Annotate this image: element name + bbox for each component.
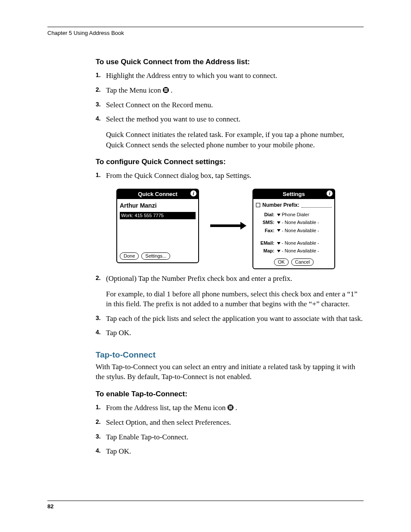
step-text: Select the method you want to use to con…	[106, 115, 240, 123]
step-text: Tap the Menu icon	[106, 86, 161, 94]
step-number: 3.	[96, 432, 101, 441]
step-number: 3.	[96, 100, 101, 109]
screen-quick-connect: Quick Connect i Arthur Manzi Work: 415 5…	[116, 189, 199, 263]
tap-intro-paragraph: With Tap-to-Connect you can select an en…	[96, 362, 364, 382]
step-text: From the Address list, tap the Menu icon	[106, 404, 226, 412]
titlebar: Settings i	[253, 190, 334, 199]
number-prefix-label: Number Prefix:	[262, 202, 299, 209]
step-follow-para: Quick Connect initiates the related task…	[106, 130, 364, 150]
step-number: 2.	[96, 274, 101, 283]
figure-quick-connect-settings: Quick Connect i Arthur Manzi Work: 415 5…	[116, 189, 364, 269]
step-number: 1.	[96, 71, 101, 80]
subheading-enable-tap: To enable Tap-to-Connect:	[96, 390, 364, 398]
step-text: Tap each of the pick lists and select th…	[106, 314, 363, 323]
selected-phone-entry[interactable]: Work: 415 555 7775	[120, 212, 196, 219]
step-number: 2.	[96, 418, 101, 426]
chevron-down-icon	[277, 229, 280, 232]
pick-row-dial[interactable]: Dial: Phone Dialer	[256, 212, 332, 218]
contact-name: Arthur Manzi	[120, 202, 196, 210]
step-text: Tap OK.	[106, 329, 131, 337]
step-text: (Optional) Tap the Number Prefix check b…	[106, 274, 292, 283]
running-header: Chapter 5 Using Address Book	[47, 30, 364, 36]
step-text: Select Option, and then select Preferenc…	[106, 418, 231, 426]
step-follow-para: For example, to dial 1 before all phone …	[106, 289, 364, 309]
menu-icon	[163, 87, 169, 93]
pick-row-email[interactable]: EMail: - None Available -	[256, 240, 332, 246]
step-text: Highlight the Address entry to which you…	[106, 72, 277, 80]
number-prefix-field[interactable]	[302, 203, 332, 208]
info-icon[interactable]: i	[327, 190, 333, 196]
chevron-down-icon	[277, 221, 280, 224]
step-text: Tap Enable Tap-to-Connect.	[106, 433, 188, 441]
chevron-down-icon	[277, 242, 280, 245]
step-text: From the Quick Connect dialog box, tap S…	[106, 171, 252, 180]
cancel-button[interactable]: Cancel	[291, 258, 314, 266]
done-button[interactable]: Done	[120, 252, 139, 260]
step-number: 4.	[96, 447, 101, 455]
pick-row-map[interactable]: Map: - None Available -	[256, 248, 332, 254]
step-text: Tap OK.	[106, 447, 131, 455]
step-number: 2.	[96, 86, 101, 94]
step-number: 1.	[96, 403, 101, 412]
chevron-down-icon	[277, 214, 280, 216]
menu-icon	[227, 404, 234, 411]
step-number: 4.	[96, 328, 101, 337]
footer-rule	[47, 501, 364, 501]
steps-use-quick-connect: 1.Highlight the Address entry to which y…	[96, 71, 364, 150]
chevron-down-icon	[277, 250, 280, 252]
section-heading-tap-to-connect: Tap-to-Connect	[96, 350, 364, 360]
subheading-configure-quick-connect: To configure Quick Connect settings:	[96, 158, 364, 166]
step-number: 4.	[96, 115, 101, 123]
steps-configure: 1.From the Quick Connect dialog box, tap…	[96, 171, 364, 338]
pick-row-fax[interactable]: Fax: - None Available -	[256, 227, 332, 234]
step-number: 1.	[96, 171, 101, 180]
info-icon[interactable]: i	[190, 190, 196, 196]
step-number: 3.	[96, 314, 101, 323]
subheading-use-quick-connect: To use Quick Connect from the Address li…	[96, 58, 364, 66]
header-rule	[47, 27, 364, 27]
titlebar-text: Settings	[283, 191, 305, 197]
settings-button[interactable]: Settings...	[141, 252, 170, 260]
page-number: 82	[47, 503, 53, 510]
step-text: Select Connect on the Record menu.	[106, 101, 213, 109]
arrow-icon	[210, 224, 241, 227]
titlebar: Quick Connect i	[117, 190, 198, 199]
number-prefix-checkbox[interactable]	[256, 203, 260, 207]
screen-settings: Settings i Number Prefix: Dial: Phone Di	[252, 189, 335, 269]
steps-enable-tap: 1.From the Address list, tap the Menu ic…	[96, 403, 364, 457]
titlebar-text: Quick Connect	[138, 191, 177, 197]
ok-button[interactable]: OK	[274, 258, 289, 266]
pick-row-sms[interactable]: SMS: - None Available -	[256, 219, 332, 226]
